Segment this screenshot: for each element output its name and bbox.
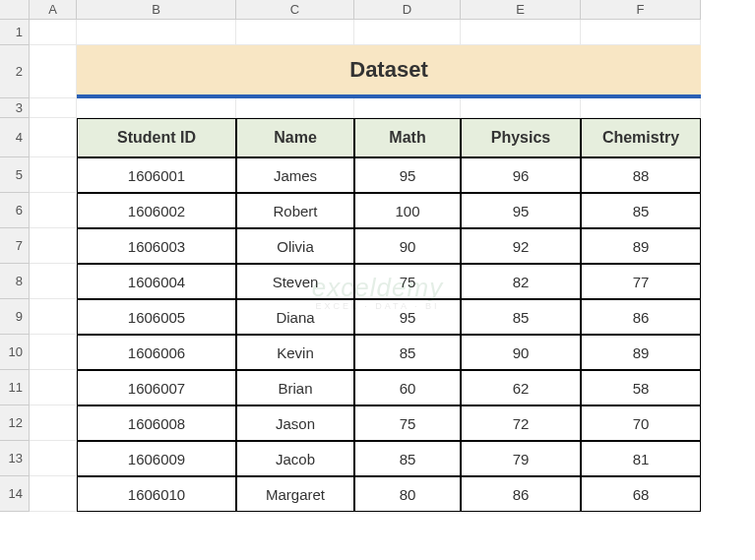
cell[interactable] <box>30 45 77 98</box>
cell[interactable] <box>461 20 581 45</box>
cell-physics[interactable]: 92 <box>461 228 581 264</box>
cell-student-id[interactable]: 1606001 <box>77 157 236 193</box>
cell-student-id[interactable]: 1606010 <box>77 476 236 512</box>
th-math[interactable]: Math <box>354 118 461 157</box>
cell-math[interactable]: 85 <box>354 441 461 476</box>
cell[interactable] <box>30 157 77 193</box>
row-header-14[interactable]: 14 <box>0 476 30 512</box>
dataset-title[interactable]: Dataset <box>77 45 701 98</box>
cell-chemistry[interactable]: 68 <box>581 476 701 512</box>
th-physics[interactable]: Physics <box>461 118 581 157</box>
cell[interactable] <box>236 20 354 45</box>
col-header-e[interactable]: E <box>461 0 581 20</box>
cell-chemistry[interactable]: 86 <box>581 299 701 335</box>
th-chemistry[interactable]: Chemistry <box>581 118 701 157</box>
col-header-d[interactable]: D <box>354 0 461 20</box>
col-header-b[interactable]: B <box>77 0 236 20</box>
cell-name[interactable]: Kevin <box>236 335 354 370</box>
cell-physics[interactable]: 85 <box>461 299 581 335</box>
cell[interactable] <box>354 98 461 118</box>
th-student-id[interactable]: Student ID <box>77 118 236 157</box>
cell-chemistry[interactable]: 89 <box>581 228 701 264</box>
row-header-13[interactable]: 13 <box>0 441 30 476</box>
cell-physics[interactable]: 79 <box>461 441 581 476</box>
row-header-4[interactable]: 4 <box>0 118 30 157</box>
cell-chemistry[interactable]: 77 <box>581 264 701 299</box>
col-header-a[interactable]: A <box>30 0 77 20</box>
cell[interactable] <box>30 405 77 441</box>
cell-math[interactable]: 85 <box>354 335 461 370</box>
cell-name[interactable]: Steven <box>236 264 354 299</box>
cell[interactable] <box>77 98 236 118</box>
cell-name[interactable]: Brian <box>236 370 354 405</box>
cell-name[interactable]: Olivia <box>236 228 354 264</box>
cell[interactable] <box>30 228 77 264</box>
cell-student-id[interactable]: 1606008 <box>77 405 236 441</box>
cell-physics[interactable]: 62 <box>461 370 581 405</box>
cell[interactable] <box>30 476 77 512</box>
cell-chemistry[interactable]: 81 <box>581 441 701 476</box>
cell[interactable] <box>30 98 77 118</box>
row-header-5[interactable]: 5 <box>0 157 30 193</box>
cell[interactable] <box>30 193 77 228</box>
row-header-1[interactable]: 1 <box>0 20 30 45</box>
cell[interactable] <box>30 299 77 335</box>
cell-name[interactable]: Robert <box>236 193 354 228</box>
cell-student-id[interactable]: 1606006 <box>77 335 236 370</box>
cell[interactable] <box>30 118 77 157</box>
cell-math[interactable]: 60 <box>354 370 461 405</box>
row-header-9[interactable]: 9 <box>0 299 30 335</box>
row-header-8[interactable]: 8 <box>0 264 30 299</box>
cell-math[interactable]: 100 <box>354 193 461 228</box>
cell[interactable] <box>461 98 581 118</box>
cell-chemistry[interactable]: 70 <box>581 405 701 441</box>
cell-student-id[interactable]: 1606004 <box>77 264 236 299</box>
cell-student-id[interactable]: 1606007 <box>77 370 236 405</box>
cell[interactable] <box>354 20 461 45</box>
row-header-3[interactable]: 3 <box>0 98 30 118</box>
cell-chemistry[interactable]: 58 <box>581 370 701 405</box>
col-header-c[interactable]: C <box>236 0 354 20</box>
cell-physics[interactable]: 96 <box>461 157 581 193</box>
cell-name[interactable]: Jason <box>236 405 354 441</box>
cell[interactable] <box>236 98 354 118</box>
cell-math[interactable]: 90 <box>354 228 461 264</box>
cell-chemistry[interactable]: 88 <box>581 157 701 193</box>
cell[interactable] <box>77 20 236 45</box>
cell[interactable] <box>30 441 77 476</box>
cell-math[interactable]: 95 <box>354 157 461 193</box>
col-header-f[interactable]: F <box>581 0 701 20</box>
cell-student-id[interactable]: 1606003 <box>77 228 236 264</box>
cell-math[interactable]: 75 <box>354 405 461 441</box>
cell-chemistry[interactable]: 85 <box>581 193 701 228</box>
cell[interactable] <box>30 264 77 299</box>
row-header-6[interactable]: 6 <box>0 193 30 228</box>
cell-physics[interactable]: 72 <box>461 405 581 441</box>
select-all-corner[interactable] <box>0 0 30 20</box>
cell-student-id[interactable]: 1606009 <box>77 441 236 476</box>
th-name[interactable]: Name <box>236 118 354 157</box>
cell-physics[interactable]: 90 <box>461 335 581 370</box>
cell[interactable] <box>30 20 77 45</box>
cell[interactable] <box>581 98 701 118</box>
cell[interactable] <box>581 20 701 45</box>
cell-physics[interactable]: 86 <box>461 476 581 512</box>
cell-name[interactable]: Margaret <box>236 476 354 512</box>
cell-physics[interactable]: 95 <box>461 193 581 228</box>
cell-name[interactable]: Diana <box>236 299 354 335</box>
row-header-12[interactable]: 12 <box>0 405 30 441</box>
cell-name[interactable]: Jacob <box>236 441 354 476</box>
row-header-7[interactable]: 7 <box>0 228 30 264</box>
cell-student-id[interactable]: 1606002 <box>77 193 236 228</box>
cell-physics[interactable]: 82 <box>461 264 581 299</box>
row-header-2[interactable]: 2 <box>0 45 30 98</box>
cell-student-id[interactable]: 1606005 <box>77 299 236 335</box>
row-header-10[interactable]: 10 <box>0 335 30 370</box>
cell-math[interactable]: 80 <box>354 476 461 512</box>
row-header-11[interactable]: 11 <box>0 370 30 405</box>
cell-math[interactable]: 75 <box>354 264 461 299</box>
cell[interactable] <box>30 335 77 370</box>
cell-name[interactable]: James <box>236 157 354 193</box>
cell-math[interactable]: 95 <box>354 299 461 335</box>
cell[interactable] <box>30 370 77 405</box>
